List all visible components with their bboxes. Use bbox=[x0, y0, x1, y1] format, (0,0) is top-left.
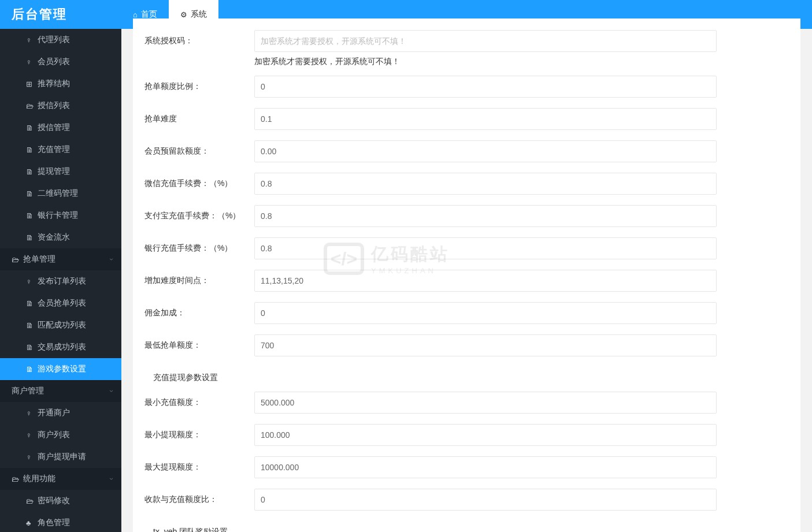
nav-fund-flow[interactable]: 🗎资金流水 bbox=[0, 226, 121, 248]
nav-label: 抢单管理 bbox=[23, 254, 55, 265]
nav-label: 密码修改 bbox=[38, 496, 70, 506]
nav-publish-order-list[interactable]: ♀发布订单列表 bbox=[0, 270, 121, 292]
user-icon: ♀ bbox=[26, 58, 38, 66]
help-auth-code: 加密系统才需要授权，开源系统可不填！ bbox=[254, 57, 789, 67]
nav-bankcard-manage[interactable]: 🗎银行卡管理 bbox=[0, 204, 121, 226]
nav-password-change[interactable]: 🗁密码修改 bbox=[0, 490, 121, 512]
input-max-withdraw[interactable] bbox=[254, 456, 717, 478]
nav-label: 会员抢单列表 bbox=[38, 298, 86, 308]
nav-recommend-structure[interactable]: ⊞推荐结构 bbox=[0, 73, 121, 95]
nav-label: 统用功能 bbox=[23, 474, 55, 484]
nav-label: 充值管理 bbox=[38, 144, 70, 155]
file-icon: 🗎 bbox=[26, 189, 38, 198]
label-wechat-fee: 微信充值手续费：（%） bbox=[144, 178, 254, 189]
nav-member-list[interactable]: ♀会员列表 bbox=[0, 51, 121, 73]
file-icon: 🗎 bbox=[26, 299, 38, 308]
label-min-grab-amount: 最低抢单额度： bbox=[144, 340, 254, 351]
user-icon: ♀ bbox=[26, 409, 38, 418]
nav-agent-list[interactable]: ♀代理列表 bbox=[0, 29, 121, 51]
label-auth-code: 系统授权码： bbox=[144, 36, 254, 46]
input-bank-fee[interactable] bbox=[254, 237, 717, 259]
user-icon: ♀ bbox=[26, 431, 38, 440]
nav-label: 银行卡管理 bbox=[38, 210, 78, 221]
nav-qrcode-manage[interactable]: 🗎二维码管理 bbox=[0, 183, 121, 204]
home-icon: ⌂ bbox=[133, 10, 138, 19]
file-icon: 🗎 bbox=[26, 146, 38, 154]
label-max-withdraw: 最大提现额度： bbox=[144, 462, 254, 473]
file-icon: 🗎 bbox=[26, 365, 38, 374]
nav-label: 授信列表 bbox=[38, 101, 70, 111]
section-team-reward: tx_yeb 团队奖励设置 bbox=[144, 521, 789, 532]
nav-label: 开通商户 bbox=[38, 408, 70, 418]
nav-label: 授信管理 bbox=[38, 122, 70, 133]
folder-icon: 🗁 bbox=[12, 475, 23, 483]
nav-label: 发布订单列表 bbox=[38, 276, 86, 287]
nav-match-success-list[interactable]: 🗎匹配成功列表 bbox=[0, 314, 121, 336]
file-icon: 🗎 bbox=[26, 124, 38, 132]
input-commission-bonus[interactable] bbox=[254, 302, 717, 324]
nav-group-merchant[interactable]: 商户管理› bbox=[0, 380, 121, 402]
folder-icon: 🗁 bbox=[26, 102, 38, 110]
nav-label: 匹配成功列表 bbox=[38, 320, 86, 330]
gear-icon: ⚙ bbox=[180, 10, 187, 19]
chevron-down-icon: › bbox=[107, 478, 116, 480]
nav-member-grab-list[interactable]: 🗎会员抢单列表 bbox=[0, 292, 121, 314]
nav-label: 提现管理 bbox=[38, 166, 70, 177]
file-icon: 🗎 bbox=[26, 321, 38, 330]
nav-label: 商户提现申请 bbox=[38, 452, 86, 462]
grid-icon: ⊞ bbox=[26, 80, 38, 88]
label-receipt-ratio: 收款与充值额度比： bbox=[144, 494, 254, 505]
nav-label: 资金流水 bbox=[38, 232, 70, 243]
nav-open-merchant[interactable]: ♀开通商户 bbox=[0, 402, 121, 424]
section-deposit-withdraw: 充值提现参数设置 bbox=[144, 367, 789, 392]
nav-label: 推荐结构 bbox=[38, 79, 70, 89]
nav-group-grab[interactable]: 🗁抢单管理› bbox=[0, 248, 121, 270]
nav-withdraw-manage[interactable]: 🗎提现管理 bbox=[0, 161, 121, 183]
nav-label: 商户列表 bbox=[38, 430, 70, 440]
chevron-down-icon: › bbox=[107, 258, 116, 261]
logo: 后台管理 bbox=[0, 0, 121, 29]
input-min-withdraw[interactable] bbox=[254, 424, 717, 446]
input-min-deposit[interactable] bbox=[254, 392, 717, 414]
label-grab-difficulty: 抢单难度 bbox=[144, 114, 254, 124]
file-icon: 🗎 bbox=[26, 233, 38, 242]
label-min-deposit: 最小充值额度： bbox=[144, 397, 254, 408]
nav-trade-success-list[interactable]: 🗎交易成功列表 bbox=[0, 336, 121, 358]
user-icon: ♀ bbox=[26, 36, 38, 44]
nav-label: 角色管理 bbox=[38, 518, 70, 528]
nav-role-manage[interactable]: ♣角色管理 bbox=[0, 512, 121, 532]
main-content: 系统授权码： 加密系统才需要授权，开源系统可不填！ 抢单额度比例： 抢单难度 会… bbox=[121, 18, 812, 532]
nav-deposit-manage[interactable]: 🗎充值管理 bbox=[0, 139, 121, 161]
folder-icon: 🗁 bbox=[12, 255, 23, 264]
input-difficulty-time[interactable] bbox=[254, 270, 717, 292]
label-commission-bonus: 佣金加成： bbox=[144, 308, 254, 318]
nav-label: 二维码管理 bbox=[38, 188, 78, 199]
chevron-down-icon: › bbox=[107, 390, 116, 392]
input-alipay-fee[interactable] bbox=[254, 205, 717, 227]
input-grab-difficulty[interactable] bbox=[254, 108, 717, 130]
input-wechat-fee[interactable] bbox=[254, 173, 717, 195]
nav-label: 交易成功列表 bbox=[38, 342, 86, 352]
label-reserve-amount: 会员预留款额度： bbox=[144, 146, 254, 157]
user-icon: ♀ bbox=[26, 277, 38, 286]
nav-group-common[interactable]: 🗁统用功能› bbox=[0, 468, 121, 490]
file-icon: 🗎 bbox=[26, 168, 38, 176]
label-min-withdraw: 最小提现额度： bbox=[144, 430, 254, 440]
input-auth-code[interactable] bbox=[254, 30, 717, 52]
nav-credit-list[interactable]: 🗁授信列表 bbox=[0, 95, 121, 117]
sidebar-nav: ♀代理列表 ♀会员列表 ⊞推荐结构 🗁授信列表 🗎授信管理 🗎充值管理 🗎提现管… bbox=[0, 29, 121, 532]
nav-merchant-list[interactable]: ♀商户列表 bbox=[0, 424, 121, 446]
nav-label: 商户管理 bbox=[12, 386, 44, 396]
nav-game-param-settings[interactable]: 🗎游戏参数设置 bbox=[0, 358, 121, 380]
nav-credit-manage[interactable]: 🗎授信管理 bbox=[0, 117, 121, 139]
input-reserve-amount[interactable] bbox=[254, 140, 717, 162]
file-icon: 🗎 bbox=[26, 211, 38, 220]
input-grab-ratio[interactable] bbox=[254, 76, 717, 98]
nav-label: 代理列表 bbox=[38, 35, 70, 45]
nav-label: 游戏参数设置 bbox=[38, 364, 86, 374]
input-receipt-ratio[interactable] bbox=[254, 489, 717, 511]
input-min-grab-amount[interactable] bbox=[254, 334, 717, 356]
label-bank-fee: 银行充值手续费：（%） bbox=[144, 243, 254, 254]
nav-merchant-withdraw-apply[interactable]: ♀商户提现申请 bbox=[0, 446, 121, 468]
user-icon: ♀ bbox=[26, 453, 38, 462]
